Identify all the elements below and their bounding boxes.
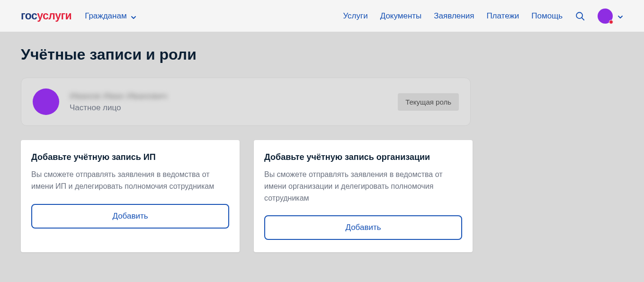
audience-selector[interactable]: Гражданам (85, 11, 136, 21)
nav-services[interactable]: Услуги (343, 11, 367, 21)
notification-badge (609, 20, 613, 24)
cards-row: Добавьте учётную запись ИП Вы сможете от… (21, 140, 623, 252)
current-role-card: Иванов Иван Иванович Частное лицо Текуща… (21, 78, 471, 126)
chevron-down-icon (617, 13, 623, 19)
add-ip-button[interactable]: Добавить (31, 204, 229, 229)
audience-label: Гражданам (85, 11, 126, 21)
main: Учётные записи и роли Иванов Иван Иванов… (0, 32, 644, 266)
header: госуслуги Гражданам Услуги Документы Зая… (0, 0, 644, 32)
nav-documents[interactable]: Документы (380, 11, 422, 21)
add-ip-desc: Вы сможете отправлять заявления в ведомс… (31, 169, 229, 193)
logo[interactable]: госуслуги (21, 9, 72, 22)
add-org-button[interactable]: Добавить (264, 215, 462, 240)
search-icon[interactable] (575, 11, 585, 21)
card-info: Иванов Иван Иванович Частное лицо (70, 91, 398, 113)
user-menu[interactable] (598, 9, 623, 24)
avatar (33, 88, 59, 115)
user-name: Иванов Иван Иванович (70, 91, 398, 101)
page-title: Учётные записи и роли (21, 46, 623, 63)
chevron-down-icon (131, 13, 136, 19)
nav-applications[interactable]: Заявления (434, 11, 474, 21)
add-org-card: Добавьте учётную запись организации Вы с… (254, 140, 473, 252)
logo-part1: гос (21, 9, 37, 22)
logo-part2: услуги (37, 9, 72, 22)
user-type: Частное лицо (70, 103, 398, 113)
header-left: госуслуги Гражданам (21, 9, 136, 22)
add-org-title: Добавьте учётную запись организации (264, 152, 462, 162)
nav-help[interactable]: Помощь (531, 11, 563, 21)
nav-payments[interactable]: Платежи (486, 11, 519, 21)
add-ip-card: Добавьте учётную запись ИП Вы сможете от… (21, 140, 240, 252)
add-ip-title: Добавьте учётную запись ИП (31, 152, 229, 162)
current-role-badge: Текущая роль (398, 93, 459, 111)
avatar (598, 9, 613, 24)
header-right: Услуги Документы Заявления Платежи Помощ… (343, 9, 623, 24)
add-org-desc: Вы сможете отправлять заявления в ведомс… (264, 169, 462, 204)
